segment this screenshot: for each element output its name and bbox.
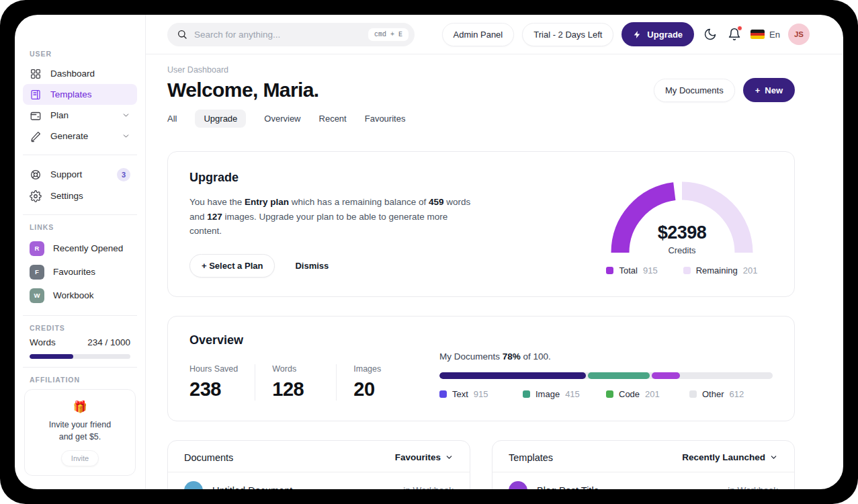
bar-segment-code [652,372,680,379]
legend-value: 915 [474,389,488,399]
legend-swatch [606,267,613,274]
sidebar-item-label: Dashboard [50,69,95,79]
legend-name: Text [452,389,468,399]
tab-overview[interactable]: Overview [264,114,300,124]
template-row-title: Blog Post Title [537,485,599,489]
overview-card-title: Overview [189,333,439,347]
legend-swatch [683,267,691,274]
sidebar-item-label: Settings [50,191,83,201]
sidebar-item-label: Recently Opened [53,243,123,253]
grid-icon [30,68,42,80]
sidebar-item-label: Favourites [53,267,95,277]
user-avatar[interactable]: JS [788,24,810,45]
legend-item-remaining: Remaining201 [683,265,758,276]
credits-progress-fill [30,354,73,359]
templates-card-header: Templates Recently Launched [509,452,778,463]
template-row[interactable]: Blog Post Title in Workbook [509,481,778,489]
gauge-center: $2398 Credits [601,222,763,255]
sidebar-divider [23,214,137,215]
documents-card-header: Documents Favourites [184,452,454,463]
title-row: Welcome, Maria. My Documents + New [167,78,795,102]
sidebar-item-label: Support [50,169,82,179]
upgrade-card-body: You have the Entry plan which has a rema… [189,195,480,239]
upgrade-button[interactable]: Upgrade [621,22,694,46]
gauge-legend: Total915Remaining201 [591,265,773,276]
sidebar-link-workbook[interactable]: W Workbook [23,284,137,307]
my-documents-button[interactable]: My Documents [654,79,735,102]
search-input[interactable] [194,30,361,40]
trial-status-button[interactable]: Trial - 2 Days Left [522,23,613,46]
bar-segment-text [439,372,586,379]
sidebar-section-links: LINKS [30,223,137,231]
sidebar-item-generate[interactable]: Generate [23,126,137,146]
gauge-label: Credits [601,245,763,255]
document-row-avatar [184,481,203,489]
templates-filter-dropdown[interactable]: Recently Launched [682,452,778,462]
dark-mode-toggle[interactable] [702,26,718,42]
legend-value: 201 [743,265,758,276]
german-flag-icon [750,30,765,39]
document-row-location: in Workbook [403,485,454,489]
legend-name: Total [619,265,637,276]
tab-all[interactable]: All [167,114,177,124]
language-selector[interactable]: En [750,30,780,40]
select-plan-button[interactable]: + Select a Plan [189,254,275,278]
invite-button[interactable]: Invite [61,450,99,466]
tab-bar: All Upgrade Overview Recent Favourites [167,114,795,124]
new-button[interactable]: + New [743,78,795,102]
search-bar[interactable]: cmd + E [167,23,415,46]
legend-item-other: Other612 [689,389,773,399]
admin-panel-button[interactable]: Admin Panel [442,23,515,46]
lightning-icon [633,30,642,39]
stat-hours-saved: Hours Saved 238 [189,364,255,401]
stats-row: Hours Saved 238 Words 128 Images 20 [189,364,439,401]
dismiss-button[interactable]: Dismiss [295,261,329,271]
templates-card-title: Templates [509,452,553,463]
credits-value: 234 / 1000 [87,337,130,347]
affiliation-card: 🎁 Invite your friend and get $5. Invite [24,389,136,476]
main-area: cmd + E Admin Panel Trial - 2 Days Left … [146,15,843,489]
documents-filter-dropdown[interactable]: Favourites [395,452,454,462]
page-title: Welcome, Maria. [167,79,319,101]
upgrade-card-actions: + Select a Plan Dismiss [189,254,480,278]
credits-progress-track [30,354,130,359]
legend-swatch [689,390,697,398]
legend-value: 415 [565,389,580,399]
sidebar-item-dashboard[interactable]: Dashboard [23,63,137,84]
sidebar-item-plan[interactable]: Plan [23,105,137,126]
link-initial: W [30,288,44,303]
sidebar-item-templates[interactable]: Templates [23,84,137,105]
sidebar-item-support[interactable]: Support 3 [23,163,137,185]
pencil-icon [30,130,42,142]
gear-icon [30,190,42,202]
template-row-location: in Workbook [728,485,778,489]
credits-label: Words [30,337,56,347]
tab-upgrade[interactable]: Upgrade [195,110,246,128]
bar-segment-image [588,372,650,379]
document-row[interactable]: Untitled Document in Workbook [184,481,454,489]
sidebar-link-favourites[interactable]: F Favourites [23,260,137,284]
upgrade-card-left: Upgrade You have the Entry plan which ha… [189,171,480,278]
title-actions: My Documents + New [654,78,795,102]
upgrade-card: Upgrade You have the Entry plan which ha… [167,151,795,297]
tab-recent[interactable]: Recent [319,114,347,124]
documents-card-title: Documents [184,452,233,463]
support-count-badge: 3 [117,168,130,181]
sidebar-link-recently-opened[interactable]: R Recently Opened [23,237,137,260]
document-row-title: Untitled Document [212,485,292,489]
sidebar-item-settings[interactable]: Settings [23,185,137,206]
sidebar-item-label: Templates [50,89,92,99]
legend-swatch [439,390,447,398]
legend-name: Image [535,389,560,399]
legend-value: 915 [643,265,658,276]
legend-item-text: Text915 [439,389,523,399]
documents-card: Documents Favourites Untitled Document i… [167,440,470,489]
template-icon [30,89,42,101]
legend-value: 612 [730,389,744,399]
sidebar-item-label: Workbook [53,290,94,300]
sidebar-divider [23,367,137,368]
templates-card: Templates Recently Launched Blog Post Ti… [492,440,795,489]
notifications-button[interactable] [726,26,742,42]
legend-name: Remaining [696,265,738,276]
tab-favourites[interactable]: Favourites [365,114,406,124]
